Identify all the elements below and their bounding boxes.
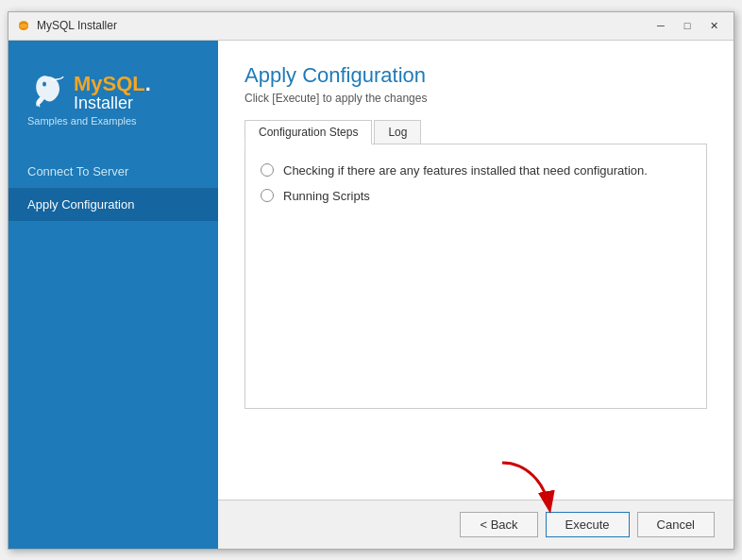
step2-label: Running Scripts: [283, 189, 370, 203]
main-content: Apply Configuration Click [Execute] to a…: [218, 41, 734, 549]
step1-radio: [261, 163, 274, 177]
title-bar: MySQL Installer ─ □ ✕: [8, 12, 734, 41]
sidebar: MySQL. Installer Samples and Examples Co…: [8, 41, 218, 549]
sidebar-header: MySQL. Installer Samples and Examples: [8, 59, 218, 145]
sidebar-item-apply-configuration[interactable]: Apply Configuration: [8, 188, 218, 221]
svg-point-1: [19, 21, 28, 28]
content-area: Apply Configuration Click [Execute] to a…: [218, 41, 734, 500]
dolphin-icon: [27, 69, 70, 111]
step1-label: Checking if there are any features insta…: [283, 163, 648, 178]
mysql-logo: MySQL. Installer: [27, 69, 199, 111]
window-body: MySQL. Installer Samples and Examples Co…: [8, 41, 734, 549]
close-button[interactable]: ✕: [701, 16, 726, 35]
installer-label: Installer: [74, 94, 151, 111]
back-button[interactable]: < Back: [460, 512, 537, 537]
tabs-container: Configuration Steps Log: [245, 120, 707, 144]
sidebar-tagline: Samples and Examples: [27, 115, 199, 127]
cancel-button[interactable]: Cancel: [637, 512, 715, 537]
svg-point-2: [42, 81, 46, 86]
app-icon: [16, 18, 31, 33]
mysql-text: MySQL. Installer: [74, 74, 151, 111]
config-step-1: Checking if there are any features insta…: [261, 163, 691, 178]
tab-log[interactable]: Log: [374, 120, 421, 144]
minimize-button[interactable]: ─: [649, 16, 673, 35]
config-step-2: Running Scripts: [261, 189, 691, 203]
window-controls: ─ □ ✕: [649, 16, 726, 35]
window-title: MySQL Installer: [37, 19, 117, 32]
execute-button[interactable]: Execute: [546, 512, 630, 537]
title-bar-left: MySQL Installer: [16, 18, 117, 33]
page-title: Apply Configuration: [245, 63, 707, 88]
sidebar-item-connect-to-server[interactable]: Connect To Server: [8, 155, 218, 188]
footer: < Back Execute Cancel: [218, 500, 734, 549]
tab-configuration-steps[interactable]: Configuration Steps: [245, 120, 372, 144]
brand-name: MySQL.: [74, 74, 151, 94]
page-subtitle: Click [Execute] to apply the changes: [245, 92, 707, 105]
step2-radio: [261, 189, 274, 202]
app-window: MySQL Installer ─ □ ✕: [8, 11, 734, 550]
maximize-button[interactable]: □: [675, 16, 700, 35]
tab-content-configuration-steps: Checking if there are any features insta…: [245, 144, 707, 409]
sidebar-nav: Connect To Server Apply Configuration: [8, 155, 218, 221]
